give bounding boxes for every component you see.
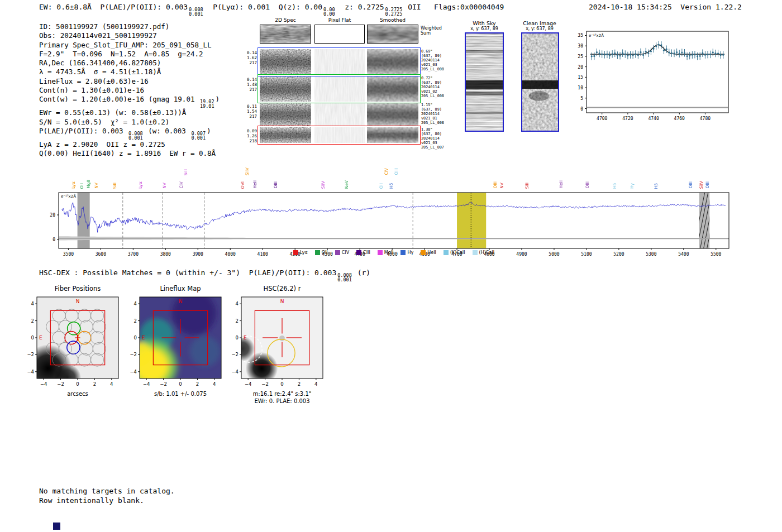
emission-line-label: OIII <box>585 181 590 189</box>
spec2d-row-2dspec <box>260 127 311 143</box>
text-segment: LineFlux = 2.80(±0.63)e-16 <box>39 77 149 85</box>
svg-text:−4: −4 <box>130 369 137 375</box>
info-line: P(LAE)/P(OII): 0.003 0.0080.001 (w: 0.00… <box>39 127 220 140</box>
svg-text:4: 4 <box>31 301 34 306</box>
legend-swatch-icon <box>293 250 298 255</box>
svg-text:−4: −4 <box>245 381 252 387</box>
svg-text:−2: −2 <box>57 381 64 387</box>
emission-line-label: SiIV <box>321 181 326 189</box>
svg-text:N: N <box>76 299 80 304</box>
noise-image <box>368 25 418 44</box>
info-line: ID: 5001199927 (5001199927.pdf) <box>39 22 220 31</box>
fiber-xaxis-label: arcsecs <box>37 391 118 397</box>
noise-image <box>314 49 365 75</box>
svg-text:2: 2 <box>134 318 137 324</box>
svg-text:−4: −4 <box>27 369 34 375</box>
svg-text:20: 20 <box>50 213 55 218</box>
svg-text:4760: 4760 <box>674 116 685 121</box>
text-segment: P(Lyα): 0.001 Q(z): 0.00 <box>204 3 322 11</box>
legend-swatch-icon <box>335 250 340 255</box>
svg-text:−4: −4 <box>143 381 150 387</box>
hsc-caption-1: m:16.1 re:2.4" s:3.1" <box>241 391 323 397</box>
spec2d-row-pixelflat <box>314 49 365 75</box>
noise-image <box>367 76 418 102</box>
emission-line-label: Lyα <box>138 181 143 189</box>
fiber-positions-panel: −4−4−2−2002244NE <box>22 293 122 391</box>
hsc-caption-2: EWr: 0. PLAE: 0.003 <box>241 398 323 404</box>
info-line: LineFlux = 2.80(±0.63)e-16 <box>39 77 220 86</box>
svg-text:4: 4 <box>110 381 113 387</box>
text-segment: Primary Spec_Slot_IFU_AMP: 205_091_058_L… <box>39 41 212 49</box>
legend-label: CIII <box>363 250 370 255</box>
emission-line-label: OIII <box>705 181 710 189</box>
svg-text:E: E <box>244 335 247 341</box>
header-timestamp-version: 2024-10-18 15:34:25 Version 1.22.2 <box>589 3 742 11</box>
svg-text:−2: −2 <box>261 381 269 387</box>
spec2d-sum-smoothed <box>367 25 418 44</box>
svg-text:0: 0 <box>53 237 55 242</box>
line-fit-zoom-plot: 0510152025303547004720474047604780e⁻¹⁷x2… <box>568 27 733 126</box>
legend-label: (H)CaII <box>479 250 494 255</box>
footer-notes: No matching targets in catalog. Row inte… <box>39 487 175 505</box>
spec2d-row-annotation: 0.69" (637, 89) 20240114 v021_03 205_LL_… <box>421 49 444 71</box>
legend-item: OII <box>315 250 328 255</box>
svg-text:0: 0 <box>31 335 34 341</box>
legend-label: Hγ <box>407 250 413 255</box>
text-segment: EWr = 0.55(±0.13) (w: 0.58(±0.13))Å <box>39 108 186 117</box>
spectrum-legend: LyαOIICIVCIIIMgIIHγHeII(K)CaII(H)CaII <box>59 250 729 255</box>
emission-line-labels: LyαOIIMgIINVSiIILyαNVCIVSiIIOVISiIVHeIIO… <box>39 157 735 190</box>
legend-label: MgII <box>384 250 394 255</box>
spec2d-row-annotation: 1.38" (637, 80) 20240114 v021_03 205_LL_… <box>421 127 444 150</box>
spec2d-row-2dspec <box>260 49 311 75</box>
header-summary-line: EW: 0.6±8.8Å P(LAE)/P(OII): 0.0030.0080.… <box>39 3 504 16</box>
noise-image <box>522 33 558 131</box>
svg-text:35: 35 <box>578 33 583 38</box>
svg-text:15: 15 <box>578 75 583 80</box>
info-line: Cont(n) = 1.30(±0.01)e-16 <box>39 86 220 95</box>
spec2d-row-smoothed <box>367 127 418 143</box>
text-segment: Cont(w) = 1.20(±0.00)e-16 (gmag 19.01 <box>39 95 199 103</box>
spec2d-row-smoothed <box>367 76 418 102</box>
detection-info-block: ID: 5001199927 (5001199927.pdf)Obs: 2024… <box>39 22 220 159</box>
text-segment: Obs: 20240114v021_5001199927 <box>39 31 157 40</box>
spec2d-sum-2dspec <box>260 25 311 44</box>
svg-text:4720: 4720 <box>622 116 633 121</box>
spec2d-title-smoothed: Smoothed <box>367 17 418 23</box>
legend-swatch-icon <box>315 250 320 255</box>
legend-label: OII <box>322 250 328 255</box>
legend-item: MgII <box>378 250 394 255</box>
text-segment: λ = 4743.5Å σ = 4.51(±1.18)Å <box>39 68 161 76</box>
emission-line-label: Hγ <box>630 183 635 189</box>
full-spectrum-plot: 0203500360037003800390040004100420043004… <box>39 190 735 259</box>
emission-line-label: OIII <box>688 181 693 189</box>
emission-line-label: SiII <box>524 183 530 189</box>
legend-swatch-icon <box>421 250 426 255</box>
spec2d-row-smoothed <box>367 103 418 126</box>
emission-line-label: SiII <box>112 183 117 189</box>
noise-image <box>260 25 311 44</box>
svg-text:2: 2 <box>31 318 34 324</box>
emission-line-label: NV <box>499 183 504 189</box>
svg-text:−4: −4 <box>231 369 239 375</box>
footer-line-2: Row intentionally blank. <box>39 496 175 506</box>
noise-image <box>260 76 311 102</box>
text-segment: ID: 5001199927 (5001199927.pdf) <box>39 22 169 31</box>
text-segment: ) <box>207 127 211 135</box>
svg-text:0: 0 <box>580 107 583 112</box>
emission-line-label: NV <box>162 183 167 189</box>
stacked-uncertainty: 0.0070.001 <box>191 131 206 140</box>
page-corner-mark <box>53 523 60 530</box>
svg-text:−2: −2 <box>130 352 137 357</box>
svg-text:20: 20 <box>578 65 583 70</box>
svg-text:5: 5 <box>580 96 583 101</box>
legend-item: CIV <box>335 250 349 255</box>
clean-image <box>521 32 559 132</box>
hsc-r-panel: −4−4−2−2002244NE <box>227 293 326 391</box>
svg-text:e⁻¹⁷x2Å: e⁻¹⁷x2Å <box>61 194 76 199</box>
text-segment: HSC-DEX : Possible Matches = 0 (within +… <box>39 269 336 277</box>
with-sky-xy-label: x, y: 637, 89 <box>465 26 504 31</box>
emission-line-label: OIII <box>273 181 278 189</box>
svg-text:4: 4 <box>213 381 216 387</box>
emission-line-label: MgII <box>86 180 91 189</box>
spec2d-title-2dspec: 2D Spec <box>260 17 311 23</box>
